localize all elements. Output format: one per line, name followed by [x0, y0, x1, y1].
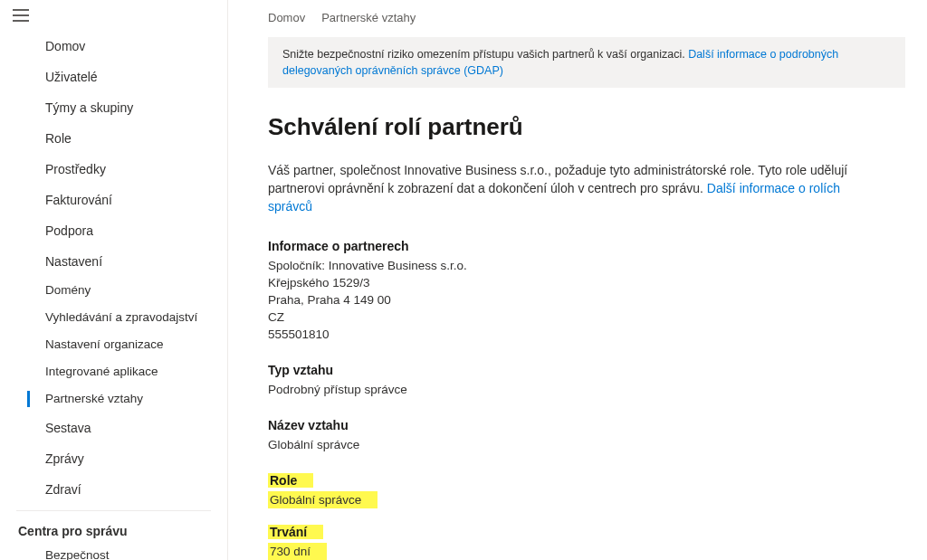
partner-info-section: Informace o partnerech Spoločník: Innova… [268, 239, 905, 343]
hamburger-menu-button[interactable] [0, 0, 40, 27]
relationship-type-value: Podrobný přístup správce [268, 381, 905, 398]
breadcrumb-partner-relationships[interactable]: Partnerské vztahy [321, 11, 416, 24]
sidebar-admin-centers-header: Centra pro správu [0, 517, 227, 542]
duration-heading: Trvání [268, 525, 323, 539]
duration-value: 730 dní [268, 543, 327, 560]
sidebar: Domov Uživatelé Týmy a skupiny Role Pros… [0, 0, 228, 560]
intro-paragraph: Váš partner, společnost Innovative Busin… [268, 161, 884, 215]
sidebar-item-roles[interactable]: Role [0, 123, 227, 154]
breadcrumb: Domov Partnerské vztahy [268, 11, 905, 24]
sidebar-item-security[interactable]: Bezpečnost [0, 542, 227, 560]
sidebar-item-billing[interactable]: Fakturování [0, 185, 227, 215]
main-content: Domov Partnerské vztahy Snižte bezpečnos… [228, 0, 927, 560]
hamburger-icon [13, 9, 29, 22]
breadcrumb-home[interactable]: Domov [268, 11, 305, 24]
sidebar-item-users[interactable]: Uživatelé [0, 62, 227, 92]
sidebar-item-support[interactable]: Podpora [0, 215, 227, 246]
info-banner: Snižte bezpečnostní riziko omezením přís… [268, 37, 905, 88]
partner-country: CZ [268, 308, 905, 326]
role-heading: Role [268, 473, 313, 488]
partner-info-body: Spoločník: Innovative Business s.r.o. Kř… [268, 257, 905, 343]
relationship-name-heading: Název vztahu [268, 418, 905, 432]
partner-company: Spoločník: Innovative Business s.r.o. [268, 257, 905, 274]
page-title: Schválení rolí partnerů [268, 113, 905, 141]
partner-id: 555501810 [268, 326, 905, 343]
sidebar-nav: Domov Uživatelé Týmy a skupiny Role Pros… [0, 27, 227, 560]
relationship-name-section: Název vztahu Globální správce [268, 418, 905, 453]
sidebar-item-org-settings[interactable]: Nastavení organizace [0, 331, 227, 358]
sidebar-item-teams-groups[interactable]: Týmy a skupiny [0, 92, 227, 123]
role-value: Globální správce [268, 491, 377, 508]
sidebar-item-search-news[interactable]: Vyhledávání a zpravodajství [0, 304, 227, 331]
role-section-highlighted: Role Globální správce [268, 473, 905, 508]
sidebar-item-settings[interactable]: Nastavení [0, 246, 227, 277]
svg-rect-1 [13, 14, 29, 16]
sidebar-item-messages[interactable]: Zprávy [0, 443, 227, 474]
relationship-name-value: Globální správce [268, 436, 905, 453]
sidebar-item-partner-relationships[interactable]: Partnerské vztahy [0, 385, 227, 413]
partner-city: Praha, Praha 4 149 00 [268, 291, 905, 308]
sidebar-divider [16, 510, 211, 511]
svg-rect-0 [13, 9, 29, 11]
sidebar-item-home[interactable]: Domov [0, 31, 227, 62]
duration-section-highlighted: Trvání 730 dní [268, 525, 905, 560]
partner-info-heading: Informace o partnerech [268, 239, 905, 253]
sidebar-item-reports[interactable]: Sestava [0, 413, 227, 443]
svg-rect-2 [13, 20, 29, 22]
sidebar-item-resources[interactable]: Prostředky [0, 154, 227, 185]
relationship-type-heading: Typ vztahu [268, 363, 905, 377]
sidebar-item-integrated-apps[interactable]: Integrované aplikace [0, 358, 227, 385]
sidebar-item-health[interactable]: Zdraví [0, 474, 227, 505]
partner-street: Křejpského 1529/3 [268, 274, 905, 291]
sidebar-item-domains[interactable]: Domény [0, 277, 227, 304]
relationship-type-section: Typ vztahu Podrobný přístup správce [268, 363, 905, 398]
banner-text: Snižte bezpečnostní riziko omezením přís… [282, 48, 688, 61]
